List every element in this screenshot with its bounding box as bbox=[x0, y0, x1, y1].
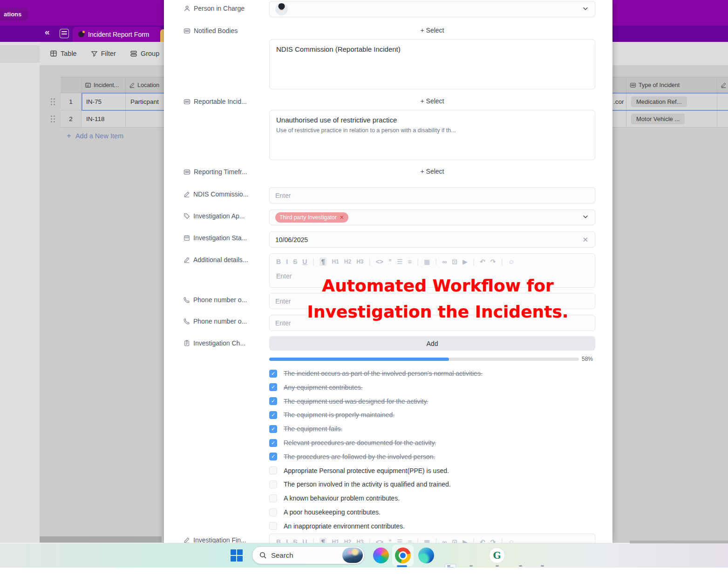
code-icon[interactable]: <> bbox=[376, 539, 383, 543]
table-view-button[interactable]: Table bbox=[50, 50, 77, 57]
underline-icon[interactable]: U bbox=[302, 539, 307, 543]
group-button[interactable]: Group bbox=[130, 50, 159, 57]
emoji-icon[interactable]: ☺ bbox=[508, 258, 515, 265]
reporting-timeframe-select-button[interactable]: + Select bbox=[269, 168, 595, 175]
checkbox-unchecked[interactable] bbox=[269, 467, 277, 474]
paragraph-icon[interactable]: ¶ bbox=[320, 257, 327, 266]
image-icon[interactable]: ⊡ bbox=[452, 258, 457, 265]
clear-date-icon[interactable]: ✕ bbox=[582, 236, 588, 244]
heading1-icon[interactable]: H1 bbox=[332, 259, 339, 264]
row-drag-handle[interactable] bbox=[51, 98, 56, 106]
notified-bodies-select-button[interactable]: + Select bbox=[269, 27, 595, 34]
underline-icon[interactable]: U bbox=[302, 258, 307, 265]
checkbox-checked[interactable]: ✓ bbox=[269, 425, 277, 433]
bold-icon[interactable]: B bbox=[276, 258, 281, 265]
heading3-icon[interactable]: H3 bbox=[356, 539, 363, 543]
row-drag-handle[interactable] bbox=[51, 115, 56, 123]
column-header-incident[interactable]: id Incident... bbox=[82, 77, 126, 93]
quote-icon[interactable]: ” bbox=[388, 539, 392, 543]
bullet-list-icon[interactable]: ☰ bbox=[397, 258, 403, 265]
tab-incident-report-form[interactable]: Incident Report Form bbox=[73, 27, 162, 42]
checkbox-checked[interactable]: ✓ bbox=[269, 370, 277, 378]
image-icon[interactable]: ⊡ bbox=[452, 539, 457, 543]
heading1-icon[interactable]: H1 bbox=[332, 539, 339, 543]
link-icon[interactable]: ∞ bbox=[442, 539, 447, 543]
strikethrough-icon[interactable]: S bbox=[293, 539, 297, 543]
phone-2-input[interactable]: Enter bbox=[269, 315, 595, 331]
investigation-findings-editor[interactable]: BISU|¶H1H2H3|<>”☰≡|▦|∞⊡▶|↶↷|☺ bbox=[269, 534, 595, 543]
checkbox-checked[interactable]: ✓ bbox=[269, 383, 277, 391]
cell-notes[interactable] bbox=[717, 110, 728, 128]
heading2-icon[interactable]: H2 bbox=[344, 539, 351, 543]
copilot-icon[interactable] bbox=[373, 548, 389, 563]
cell-notes[interactable] bbox=[717, 93, 728, 110]
notified-bodies-value-box[interactable]: NDIS Commission (Reportable Incident) bbox=[269, 39, 595, 89]
column-header-location[interactable]: Location bbox=[126, 77, 164, 93]
italic-icon[interactable]: I bbox=[286, 258, 288, 265]
cell-incident-id[interactable]: IN-118 bbox=[82, 110, 126, 128]
redo-icon[interactable]: ↷ bbox=[490, 258, 496, 265]
checkbox-unchecked[interactable] bbox=[269, 480, 277, 488]
table-row[interactable]: 1 IN-75 Particpant bbox=[61, 93, 164, 110]
reportable-incident-select-button[interactable]: + Select bbox=[269, 97, 595, 105]
reportable-incident-card[interactable]: Unauthorised use of restrictive practice… bbox=[269, 110, 595, 160]
checkbox-unchecked[interactable] bbox=[269, 508, 277, 516]
ndis-commission-input[interactable]: Enter bbox=[269, 187, 595, 203]
table-row[interactable]: .cor Medication Ref... bbox=[612, 93, 728, 110]
chrome-icon[interactable] bbox=[395, 548, 411, 563]
code-icon[interactable]: <> bbox=[376, 258, 383, 265]
emoji-icon[interactable]: ☺ bbox=[508, 539, 515, 543]
bold-icon[interactable]: B bbox=[276, 539, 281, 543]
column-header-notes[interactable] bbox=[717, 77, 728, 93]
heading3-icon[interactable]: H3 bbox=[356, 259, 363, 264]
edge-icon[interactable] bbox=[418, 548, 434, 563]
link-icon[interactable]: ∞ bbox=[442, 258, 447, 265]
strikethrough-icon[interactable]: S bbox=[293, 258, 297, 265]
video-icon[interactable]: ▶ bbox=[463, 539, 468, 543]
quote-icon[interactable]: ” bbox=[388, 258, 392, 265]
undo-icon[interactable]: ↶ bbox=[480, 539, 485, 543]
add-new-item-button[interactable]: + Add a New Item bbox=[67, 131, 123, 141]
column-header-type-of-incident[interactable]: Type of Incident bbox=[626, 77, 717, 93]
checkbox-unchecked[interactable] bbox=[269, 494, 277, 502]
checkbox-unchecked[interactable] bbox=[269, 522, 277, 530]
redo-icon[interactable]: ↷ bbox=[490, 539, 496, 543]
investigation-start-date-input[interactable]: 10/06/2025 ✕ bbox=[269, 231, 595, 248]
taskbar-search-box[interactable]: Search bbox=[252, 546, 365, 564]
ordered-list-icon[interactable]: ≡ bbox=[408, 258, 412, 265]
remove-tag-icon[interactable]: ✕ bbox=[340, 214, 344, 221]
form-icon[interactable] bbox=[60, 29, 69, 38]
approach-tag[interactable]: Third party Investigator ✕ bbox=[275, 212, 348, 223]
bullet-list-icon[interactable]: ☰ bbox=[397, 539, 403, 543]
automations-badge[interactable]: ations bbox=[0, 8, 28, 21]
checkbox-checked[interactable]: ✓ bbox=[269, 397, 277, 405]
table-icon[interactable]: ▦ bbox=[424, 539, 430, 543]
checkbox-checked[interactable]: ✓ bbox=[269, 439, 277, 447]
paragraph-icon[interactable]: ¶ bbox=[320, 538, 327, 543]
phone-1-input[interactable]: Enter bbox=[269, 293, 595, 309]
table-row[interactable]: Motor Vehicle ... bbox=[612, 110, 728, 128]
cell-location[interactable] bbox=[126, 110, 164, 128]
collapse-sidebar-icon[interactable]: « bbox=[45, 27, 49, 37]
checkbox-checked[interactable]: ✓ bbox=[269, 453, 277, 460]
additional-details-editor[interactable]: BISU|¶H1H2H3|<>”☰≡|▦|∞⊡▶|↶↷|☺ Enter bbox=[269, 253, 595, 288]
windows-start-button[interactable] bbox=[231, 549, 243, 562]
horizontal-scrollbar[interactable] bbox=[40, 536, 162, 542]
checkbox-checked[interactable]: ✓ bbox=[269, 411, 277, 419]
table-icon[interactable]: ▦ bbox=[424, 258, 430, 265]
cell-location[interactable]: Particpant bbox=[126, 93, 164, 110]
chevron-down-icon[interactable] bbox=[582, 214, 589, 222]
editor-placeholder[interactable]: Enter bbox=[270, 269, 595, 285]
grammarly-icon[interactable]: G bbox=[489, 548, 505, 563]
chevron-down-icon[interactable] bbox=[582, 5, 589, 13]
ordered-list-icon[interactable]: ≡ bbox=[408, 539, 412, 543]
table-row[interactable]: 2 IN-118 bbox=[61, 110, 164, 128]
heading2-icon[interactable]: H2 bbox=[344, 259, 351, 264]
checklist-add-button[interactable]: Add bbox=[269, 336, 595, 351]
video-icon[interactable]: ▶ bbox=[463, 258, 468, 265]
italic-icon[interactable]: I bbox=[286, 539, 288, 543]
filter-button[interactable]: Filter bbox=[91, 50, 116, 57]
type-of-incident-pill[interactable]: Motor Vehicle ... bbox=[631, 114, 685, 124]
undo-icon[interactable]: ↶ bbox=[480, 258, 485, 265]
investigation-approach-select[interactable]: Third party Investigator ✕ bbox=[269, 210, 595, 225]
